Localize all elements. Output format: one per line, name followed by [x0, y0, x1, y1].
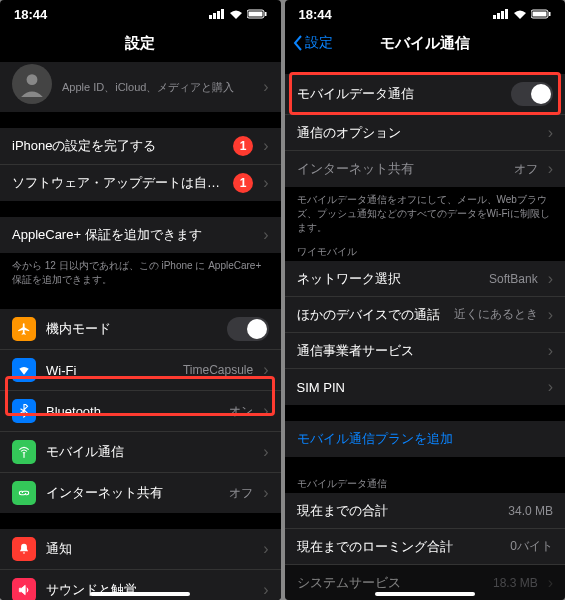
chevron-right-icon: ›	[263, 174, 268, 192]
complete-setup-cell[interactable]: iPhoneの設定を完了する 1 ›	[0, 128, 281, 165]
badge: 1	[233, 136, 253, 156]
svg-rect-15	[549, 12, 551, 16]
data-off-footer: モバイルデータ通信をオフにして、メール、Webブラウズ、プッシュ通知などのすべて…	[285, 187, 566, 241]
cell-value: 近くにあるとき	[454, 306, 538, 323]
software-update-cell[interactable]: ソフトウェア・アップデートは自動… 1 ›	[0, 165, 281, 201]
avatar-icon	[12, 64, 52, 104]
chevron-right-icon: ›	[263, 484, 268, 502]
chevron-right-icon: ›	[548, 378, 553, 396]
cell-label: AppleCare+ 保証を追加できます	[12, 226, 253, 244]
cellular-cell[interactable]: モバイル通信 ›	[0, 432, 281, 473]
cell-value: オフ	[229, 485, 253, 502]
chevron-right-icon: ›	[263, 443, 268, 461]
home-indicator[interactable]	[375, 592, 475, 596]
svg-rect-0	[209, 15, 212, 19]
status-bar: 18:44	[285, 0, 566, 28]
cell-label: SIM PIN	[297, 380, 538, 395]
scroll-area[interactable]: Apple ID、iCloud、メディアと購入 › iPhoneの設定を完了する…	[0, 58, 281, 600]
cell-label: 通知	[46, 540, 253, 558]
applecare-cell[interactable]: AppleCare+ 保証を追加できます ›	[0, 217, 281, 253]
chevron-right-icon: ›	[263, 402, 268, 420]
status-time: 18:44	[14, 7, 47, 22]
status-indicators	[209, 9, 267, 19]
svg-rect-14	[533, 12, 547, 17]
cellular-settings-screen: 18:44 設定 モバイル通信 モバイルデータ通信 通信のオプション › インタ…	[285, 0, 566, 600]
nav-back-label: 設定	[305, 34, 333, 52]
svg-rect-5	[248, 12, 262, 17]
cell-label: Bluetooth	[46, 404, 219, 419]
scroll-area[interactable]: モバイルデータ通信 通信のオプション › インターネット共有 オフ › モバイル…	[285, 58, 566, 600]
add-plan-cell[interactable]: モバイル通信プランを追加	[285, 421, 566, 457]
nav-back-button[interactable]: 設定	[293, 34, 333, 52]
cell-label: 通信事業者サービス	[297, 342, 538, 360]
cell-label: 機内モード	[46, 320, 217, 338]
chevron-right-icon: ›	[548, 160, 553, 178]
applecare-footer: 今から 12 日以内であれば、この iPhone に AppleCare+ 保証…	[0, 253, 281, 293]
cell-label: インターネット共有	[46, 484, 219, 502]
hotspot-cell[interactable]: インターネット共有 オフ ›	[285, 151, 566, 187]
wifi-cell[interactable]: Wi-Fi TimeCapsule ›	[0, 350, 281, 391]
airplane-toggle[interactable]	[227, 317, 269, 341]
chevron-right-icon: ›	[263, 581, 268, 599]
cell-value: TimeCapsule	[183, 363, 253, 377]
cell-value: オフ	[514, 161, 538, 178]
cell-label: モバイル通信プランを追加	[297, 430, 554, 448]
roaming-total-cell: 現在までのローミング合計 0バイト	[285, 529, 566, 565]
chevron-right-icon: ›	[548, 124, 553, 142]
cell-label: Wi-Fi	[46, 363, 173, 378]
antenna-icon	[12, 440, 36, 464]
cell-label: モバイルデータ通信	[297, 85, 502, 103]
cell-value: 34.0 MB	[508, 504, 553, 518]
network-select-cell[interactable]: ネットワーク選択 SoftBank ›	[285, 261, 566, 297]
cell-label: 通信のオプション	[297, 124, 538, 142]
status-indicators	[493, 9, 551, 19]
cell-label: インターネット共有	[297, 160, 504, 178]
svg-rect-10	[497, 13, 500, 19]
svg-rect-2	[217, 11, 220, 19]
chevron-right-icon: ›	[548, 306, 553, 324]
apple-id-cell[interactable]: Apple ID、iCloud、メディアと購入 ›	[0, 62, 281, 112]
other-devices-cell[interactable]: ほかのデバイスでの通話 近くにあるとき ›	[285, 297, 566, 333]
chevron-right-icon: ›	[263, 137, 268, 155]
chevron-right-icon: ›	[263, 540, 268, 558]
chevron-right-icon: ›	[548, 270, 553, 288]
chevron-right-icon: ›	[263, 78, 268, 96]
notifications-cell[interactable]: 通知 ›	[0, 529, 281, 570]
cell-value: 18.3 MB	[493, 576, 538, 590]
link-icon	[12, 481, 36, 505]
hotspot-cell[interactable]: インターネット共有 オフ ›	[0, 473, 281, 513]
cell-label: iPhoneの設定を完了する	[12, 137, 223, 155]
apple-id-sub: Apple ID、iCloud、メディアと購入	[62, 80, 253, 95]
chevron-right-icon: ›	[263, 226, 268, 244]
svg-rect-11	[501, 11, 504, 19]
cell-value: 0バイト	[510, 538, 553, 555]
chevron-right-icon: ›	[548, 574, 553, 592]
options-cell[interactable]: 通信のオプション ›	[285, 115, 566, 151]
chevron-right-icon: ›	[548, 342, 553, 360]
svg-rect-6	[265, 12, 267, 16]
svg-rect-9	[493, 15, 496, 19]
ymobile-header: ワイモバイル	[285, 241, 566, 261]
wifi-icon	[12, 358, 36, 382]
svg-rect-12	[505, 9, 508, 19]
bluetooth-cell[interactable]: Bluetooth オン ›	[0, 391, 281, 432]
carrier-services-cell[interactable]: 通信事業者サービス ›	[285, 333, 566, 369]
home-indicator[interactable]	[90, 592, 190, 596]
cell-label: モバイル通信	[46, 443, 253, 461]
cell-label: 現在までのローミング合計	[297, 538, 501, 556]
current-total-cell: 現在までの合計 34.0 MB	[285, 493, 566, 529]
status-time: 18:44	[299, 7, 332, 22]
svg-rect-8	[23, 453, 24, 458]
data-usage-header: モバイルデータ通信	[285, 473, 566, 493]
airplane-mode-cell[interactable]: 機内モード	[0, 309, 281, 350]
bell-icon	[12, 537, 36, 561]
cellular-data-toggle[interactable]	[511, 82, 553, 106]
cell-value: オン	[229, 403, 253, 420]
cell-label: ネットワーク選択	[297, 270, 479, 288]
nav-title: モバイル通信	[380, 34, 470, 53]
cellular-data-cell[interactable]: モバイルデータ通信	[285, 74, 566, 115]
sim-pin-cell[interactable]: SIM PIN ›	[285, 369, 566, 405]
cell-label: 現在までの合計	[297, 502, 499, 520]
cell-label: ほかのデバイスでの通話	[297, 306, 444, 324]
badge: 1	[233, 173, 253, 193]
